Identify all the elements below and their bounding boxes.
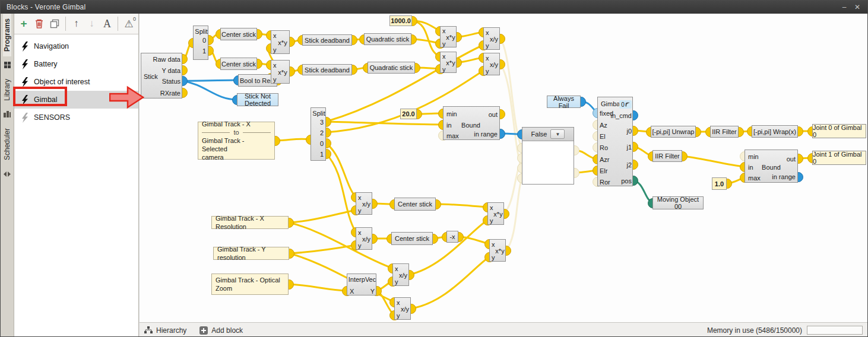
block-note-optical-zoom[interactable]: Gimbal Track - OpticalZoom (211, 274, 289, 295)
block-div-5[interactable]: xx/yy (392, 263, 409, 286)
block-mult-2[interactable]: xx*yy (271, 60, 290, 84)
block-text: 3 (320, 119, 324, 126)
block-mult-5[interactable]: xx*yy (487, 202, 504, 225)
block-negate[interactable]: -x (446, 231, 458, 243)
add-program-button[interactable]: + (19, 17, 28, 31)
block-text: x*y (278, 39, 287, 46)
close-button[interactable]: ✕ (851, 2, 864, 12)
block-text: x (442, 53, 446, 60)
block-mult-1[interactable]: xx*yy (271, 30, 290, 54)
block-quadratic-stick-2[interactable]: Quadratic stick (368, 62, 415, 74)
block-text: Y (370, 288, 375, 295)
block-iir-filter-2[interactable]: IIR Filter (652, 150, 682, 162)
block-center-stick-3[interactable]: Center stick (394, 198, 436, 211)
minimize-button[interactable]: – (838, 2, 851, 12)
block-text: y (395, 278, 398, 285)
block-stick-not-detected[interactable]: Stick Not Detected (237, 93, 278, 106)
add-block-button[interactable]: Add block (199, 326, 243, 335)
wire (682, 156, 745, 167)
warnings-button[interactable]: ⚠0 (124, 17, 134, 31)
block-stick-deadband-2[interactable]: Stick deadband (302, 64, 352, 75)
block-text: x (490, 204, 493, 211)
copy-icon (50, 19, 59, 28)
block-interpvec[interactable]: InterpVecXY (347, 274, 376, 295)
block-stick[interactable]: StickRaw dataY dataStatusRXrate (141, 53, 182, 98)
block-center-stick-2[interactable]: Center stick (220, 58, 257, 70)
sidebar-item-navigation[interactable]: Navigation (14, 37, 138, 55)
block-mult-4[interactable]: xx*yy (440, 52, 457, 73)
block-joint-0[interactable]: Joint 0 of Gimbal 0 (812, 124, 866, 138)
block-text: El (600, 133, 606, 140)
block-text: 1 (320, 151, 324, 158)
sidebar-item-sensors[interactable]: SENSORS (14, 109, 138, 126)
tab-programs[interactable]: Programs (3, 14, 11, 56)
block-div-1[interactable]: xx/yy (483, 27, 500, 50)
block-const-1000[interactable]: 1000.0 (389, 15, 412, 26)
block-gimbal-block[interactable]: Gimbal0fixedAzElRoAzrElrRorin_cmdj0j1j2p… (597, 97, 633, 186)
block-text: 0 (320, 140, 324, 147)
selector-value: False (531, 131, 547, 138)
block-always-fail[interactable]: Always Fail (547, 96, 581, 108)
wire (409, 220, 487, 275)
block-label: IIR Filter (655, 152, 680, 160)
copy-program-button[interactable] (50, 17, 59, 31)
block-mult-6[interactable]: xx*yy (489, 239, 506, 262)
memory-label: Memory in use (5486/150000) (707, 326, 802, 335)
block-const-1[interactable]: 1.0 (712, 177, 727, 190)
sidebar-item-object-of-interest[interactable]: Object of interest (14, 73, 138, 91)
block-div-4[interactable]: xx/yy (356, 227, 372, 250)
move-up-button[interactable]: ↑ (72, 17, 81, 31)
block-div-2[interactable]: xx/yy (483, 53, 500, 75)
sidebar-item-battery[interactable]: Battery (14, 55, 138, 73)
block-note-y-resolution[interactable]: Gimbal Track - Y resolution (213, 247, 289, 260)
block-label: Stick Not Detected (237, 93, 278, 107)
block-wrap[interactable]: [-pi,pi] Wrap(x) (752, 125, 798, 138)
block-div-6[interactable]: xx/yy (394, 297, 411, 320)
block-text: x*y (446, 59, 455, 66)
block-text: x/y (399, 272, 407, 279)
block-bound-1[interactable]: mininBoundmaxoutin range (443, 106, 500, 140)
program-list: NavigationBatteryObject of interestGimba… (14, 34, 138, 126)
block-stick-deadband-1[interactable]: Stick deadband (302, 34, 352, 46)
block-label: Always Fail (547, 95, 580, 109)
block-text: x (273, 32, 277, 39)
block-div-3[interactable]: xx/yy (356, 192, 372, 215)
move-down-button[interactable]: ↓ (87, 17, 96, 31)
block-moving-object[interactable]: Moving Object 00 (652, 196, 704, 209)
block-text: y (273, 46, 277, 53)
block-const-20[interactable]: 20.0 (400, 109, 417, 119)
block-text: x (486, 29, 489, 36)
block-text: Azr (600, 156, 610, 163)
block-center-stick-4[interactable]: Center stick (391, 232, 433, 245)
block-mult-3[interactable]: xx*yy (440, 26, 457, 47)
tab-library[interactable]: Library (3, 74, 11, 106)
block-center-stick-1[interactable]: Center stick (220, 28, 257, 40)
block-quadratic-stick-1[interactable]: Quadratic stick (364, 33, 411, 45)
block-split-2[interactable]: Split3201 (311, 107, 326, 161)
delete-program-button[interactable] (34, 17, 44, 31)
tab-scheduler[interactable]: Scheduler (3, 123, 11, 165)
block-iir-filter-1[interactable]: IIR Filter (710, 126, 739, 138)
block-unwrap[interactable]: [-pi,pi] Unwrap (651, 126, 696, 138)
block-note-gimbal-track-range[interactable]: Gimbal Track - XtoGimbal Track - Selecte… (198, 122, 275, 160)
block-text: in (748, 164, 753, 171)
hierarchy-button[interactable]: Hierarchy (144, 326, 186, 335)
hierarchy-icon (144, 326, 153, 334)
sidebar-item-gimbal[interactable]: Gimbal (14, 91, 138, 109)
wire (289, 245, 356, 253)
note-line: camera (202, 153, 271, 161)
block-text: x (358, 229, 362, 236)
block-note-x-resolution[interactable]: Gimbal Track - X Resolution (211, 216, 289, 229)
block-text: y (490, 217, 493, 224)
block-split-1[interactable]: Split01 (193, 26, 208, 60)
block-selector-false[interactable]: False▼ (522, 127, 574, 185)
toolbar-separator (118, 17, 118, 31)
block-text: in range (772, 173, 796, 180)
rename-button[interactable]: A (102, 17, 112, 31)
wire (182, 81, 237, 100)
block-bound-2[interactable]: mininBoundmaxoutin range (745, 150, 798, 183)
block-joint-1[interactable]: Joint 1 of Gimbal 0 (812, 151, 866, 165)
blocks-canvas[interactable]: StickRaw dataY dataStatusRXrateSplit01Ce… (139, 14, 867, 322)
selector-dropdown-button[interactable]: ▼ (550, 129, 565, 139)
block-text: x*y (278, 69, 287, 76)
